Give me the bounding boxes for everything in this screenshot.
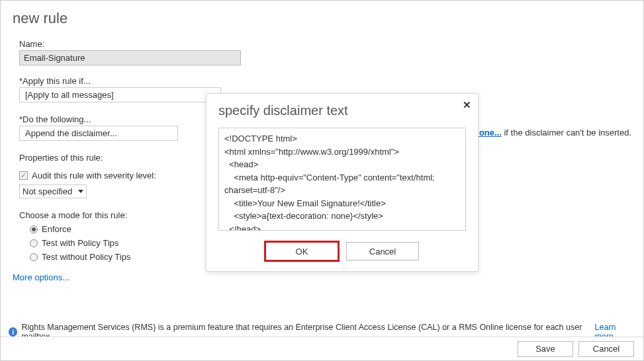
dialog-cancel-button[interactable]: Cancel: [346, 242, 419, 261]
apply-rule-label: *Apply this rule if...: [19, 76, 631, 86]
dialog-title: specify disclaimer text: [218, 103, 466, 118]
apply-rule-dropdown[interactable]: [Apply to all messages]: [19, 87, 221, 102]
mode-option-label: Test with Policy Tips: [42, 238, 118, 248]
mode-radio-test-no-tips[interactable]: [30, 253, 38, 261]
save-button[interactable]: Save: [518, 341, 573, 357]
name-label: Name:: [19, 39, 631, 49]
info-icon: i: [9, 327, 17, 337]
close-icon[interactable]: ✕: [463, 99, 471, 111]
mode-option-label: Test without Policy Tips: [42, 252, 130, 262]
action-hint-suffix: if the disclaimer can't be inserted.: [502, 128, 631, 138]
disclaimer-dialog: ✕ specify disclaimer text OK Cancel: [206, 93, 479, 272]
chevron-down-icon: [78, 190, 83, 193]
mode-option-label: Enforce: [42, 224, 71, 234]
severity-select[interactable]: Not specified: [19, 184, 87, 198]
severity-value: Not specified: [23, 186, 72, 196]
footer-bar: Save Cancel: [1, 337, 643, 360]
audit-label: Audit this rule with severity level:: [32, 171, 156, 180]
mode-radio-enforce[interactable]: [30, 225, 38, 233]
name-input[interactable]: Email-Signature: [19, 50, 241, 65]
do-following-dropdown[interactable]: Append the disclaimer...: [19, 126, 178, 141]
cancel-button[interactable]: Cancel: [578, 341, 634, 357]
ok-button[interactable]: OK: [265, 242, 338, 261]
mode-radio-test-tips[interactable]: [30, 239, 38, 247]
page-title: new rule: [13, 10, 631, 27]
disclaimer-textarea[interactable]: [218, 128, 466, 231]
more-options-link[interactable]: More options...: [13, 272, 69, 282]
audit-checkbox[interactable]: ✓: [19, 171, 28, 180]
